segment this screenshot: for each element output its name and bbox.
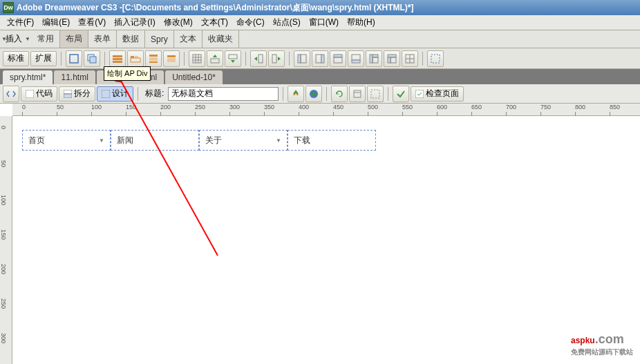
nav-item-news[interactable]: 新闻 [111, 130, 199, 151]
menu-help[interactable]: 帮助(H) [343, 15, 379, 30]
app-icon: Dw [3, 2, 14, 13]
spry-tabbed-button[interactable] [127, 50, 144, 67]
insert-tab-favorites[interactable]: 收藏夹 [203, 30, 239, 48]
refresh-button[interactable] [331, 86, 348, 102]
insert-div-button[interactable] [66, 50, 82, 67]
insert-col-right-button[interactable] [268, 50, 285, 67]
no-browser-check-button[interactable] [288, 86, 304, 102]
document-toolbar: 代码 拆分 设计 标题: 检查页面 [0, 84, 640, 104]
file-tab-1[interactable]: 11.html [54, 70, 95, 84]
ruler-vertical: 0 50 100 150 200 250 300 [0, 116, 12, 364]
view-options-button[interactable] [349, 86, 366, 102]
spry-accordion-button[interactable] [145, 50, 162, 67]
svg-rect-30 [352, 60, 360, 63]
insert-tab-text[interactable]: 文本 [174, 30, 203, 48]
svg-rect-46 [354, 90, 361, 97]
svg-rect-14 [193, 55, 201, 63]
insert-tab-data[interactable]: 数据 [117, 30, 145, 48]
svg-rect-27 [334, 55, 342, 57]
menu-edit[interactable]: 编辑(E) [38, 15, 74, 30]
file-tab-strip: spry.html* 11.html Untitled-9.html Untit… [0, 69, 640, 84]
svg-rect-44 [102, 90, 110, 98]
split-view-button[interactable]: 拆分 [59, 86, 95, 102]
spry-menubar-widget[interactable]: 首页▼ 新闻 关于▼ 下载 [22, 130, 630, 151]
frames-top-button[interactable] [330, 50, 346, 67]
svg-rect-32 [373, 55, 378, 57]
chevron-down-icon: ▼ [99, 137, 104, 144]
insert-row-below-button[interactable] [225, 50, 241, 67]
insert-tab-common[interactable]: 常用 [32, 30, 60, 48]
svg-rect-36 [390, 57, 396, 63]
layout-expanded-button[interactable]: 扩展 [30, 51, 57, 66]
svg-rect-2 [90, 57, 96, 63]
svg-rect-9 [149, 55, 158, 57]
svg-rect-20 [229, 55, 237, 59]
validate-button[interactable] [393, 86, 409, 102]
nav-item-home[interactable]: 首页▼ [22, 130, 111, 151]
menu-view[interactable]: 查看(V) [74, 15, 110, 30]
svg-rect-13 [167, 58, 176, 62]
insert-tab-forms[interactable]: 表单 [88, 30, 117, 48]
menu-text[interactable]: 文本(T) [197, 15, 232, 30]
menu-commands[interactable]: 命令(C) [232, 15, 269, 30]
svg-rect-42 [64, 90, 72, 94]
svg-rect-43 [64, 94, 72, 98]
menu-file[interactable]: 文件(F) [3, 15, 38, 30]
svg-rect-25 [316, 55, 321, 63]
title-path: [C:\Documents and Settings\Administrator… [122, 2, 414, 14]
svg-rect-10 [149, 57, 158, 61]
menu-bar: 文件(F) 编辑(E) 查看(V) 插入记录(I) 修改(M) 文本(T) 命令… [0, 15, 640, 30]
frames-dropdown-button[interactable] [402, 50, 418, 67]
svg-rect-29 [352, 55, 360, 60]
frames-nested1-button[interactable] [366, 50, 382, 67]
svg-rect-4 [113, 58, 122, 60]
table-button[interactable] [189, 50, 205, 67]
spry-menu-button[interactable] [109, 50, 126, 67]
iframe-button[interactable] [427, 50, 444, 67]
chevron-down-icon: ▼ [276, 137, 281, 144]
insert-col-left-button[interactable] [250, 50, 267, 67]
frames-right-button[interactable] [312, 50, 328, 67]
file-tab-0[interactable]: spry.html* [3, 70, 53, 84]
insert-tab-layout[interactable]: 布局 [60, 30, 88, 48]
svg-rect-31 [370, 55, 373, 63]
layout-toolbar: 标准 扩展 [0, 48, 640, 69]
svg-rect-49 [415, 90, 424, 98]
svg-rect-34 [388, 55, 396, 57]
show-code-nav-button[interactable] [3, 86, 19, 102]
svg-rect-28 [334, 57, 342, 63]
svg-rect-41 [26, 90, 34, 98]
menu-modify[interactable]: 修改(M) [160, 15, 197, 30]
title-input[interactable] [168, 87, 279, 101]
menu-insert[interactable]: 插入记录(I) [110, 15, 159, 30]
preview-browser-button[interactable] [305, 86, 322, 102]
svg-rect-11 [149, 61, 158, 63]
insert-row-above-button[interactable] [207, 50, 223, 67]
svg-rect-19 [211, 59, 219, 63]
frames-bottom-button[interactable] [348, 50, 364, 67]
insert-bar: 插入 常用 布局 表单 数据 Spry 文本 收藏夹 [0, 30, 640, 48]
svg-rect-0 [70, 55, 78, 63]
title-label: 标题: [145, 88, 164, 99]
frames-left-button[interactable] [294, 50, 310, 67]
design-canvas[interactable]: 首页▼ 新闻 关于▼ 下载 [12, 116, 640, 364]
insert-tab-spry[interactable]: Spry [145, 30, 174, 48]
check-page-button[interactable]: 检查页面 [411, 86, 464, 102]
watermark: aspku.com 免费网站源码下载站 [571, 328, 633, 357]
design-view-button[interactable]: 设计 [97, 86, 133, 102]
draw-ap-div-button[interactable] [84, 50, 100, 67]
svg-rect-8 [131, 58, 140, 62]
menu-site[interactable]: 站点(S) [269, 15, 305, 30]
file-tab-3[interactable]: Untitled-10* [165, 70, 223, 84]
svg-rect-21 [258, 55, 263, 63]
insert-dropdown[interactable]: 插入 [0, 30, 32, 48]
nav-item-about[interactable]: 关于▼ [199, 130, 288, 151]
menu-window[interactable]: 窗口(W) [305, 15, 343, 30]
frames-nested2-button[interactable] [384, 50, 400, 67]
svg-rect-3 [113, 55, 122, 57]
nav-item-download[interactable]: 下载 [288, 130, 376, 151]
code-view-button[interactable]: 代码 [21, 86, 57, 102]
spry-collapsible-button[interactable] [163, 50, 180, 67]
layout-standard-button[interactable]: 标准 [3, 51, 29, 66]
visual-aids-button[interactable] [367, 86, 384, 102]
